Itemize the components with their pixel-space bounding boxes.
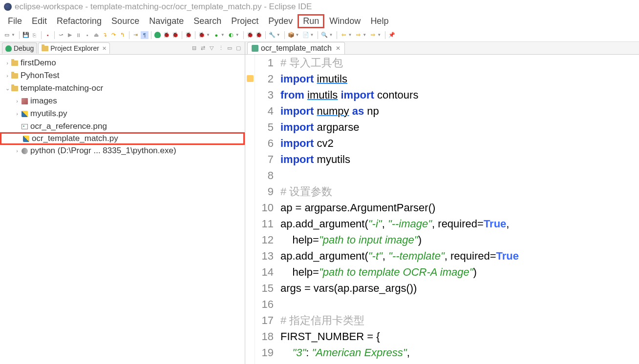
code-line[interactable]: "3": "American Express", xyxy=(280,344,639,361)
code-line[interactable]: ap.add_argument("-t", "--template", requ… xyxy=(280,248,639,264)
bug-py-icon[interactable]: 🐞 xyxy=(185,31,192,39)
tree-item[interactable]: ocr_a_reference.png xyxy=(0,120,245,133)
dropdown-icon[interactable]: ▼ xyxy=(377,33,381,37)
bug-icon[interactable] xyxy=(154,31,162,39)
minimize-icon[interactable]: ▭ xyxy=(227,45,234,52)
code-line[interactable]: import myutils xyxy=(280,151,639,167)
step-return-icon[interactable]: ↰ xyxy=(119,31,127,39)
code-line[interactable]: import numpy as np xyxy=(280,103,639,119)
tree-item[interactable]: ocr_template_match.py xyxy=(0,132,245,145)
code-line[interactable]: import argparse xyxy=(280,119,639,135)
code-line[interactable]: args = vars(ap.parse_args()) xyxy=(280,280,639,296)
tab-project-explorer[interactable]: Project Explorer ✕ xyxy=(38,42,110,54)
menu-pydev[interactable]: Pydev xyxy=(263,15,298,28)
code-editor[interactable]: 12345678910111213141516171819 # 导入工具包imp… xyxy=(245,55,639,364)
menu-window[interactable]: Window xyxy=(324,15,365,28)
code-line[interactable]: # 设置参数 xyxy=(280,183,639,200)
suspend-icon[interactable]: ⏸ xyxy=(75,31,83,39)
pin-icon[interactable]: 📌 xyxy=(388,31,396,39)
mark-icon[interactable]: ⇥ xyxy=(132,31,140,39)
tree-item[interactable]: ›myutils.py xyxy=(0,107,245,120)
debug-icon[interactable]: 🐞 xyxy=(198,31,206,39)
menu-file[interactable]: File xyxy=(3,15,27,28)
step-into-icon[interactable]: ↴ xyxy=(101,31,109,39)
last-edit-icon[interactable]: ⇨ xyxy=(369,31,377,39)
filter-icon[interactable]: ▽ xyxy=(210,45,216,52)
dropdown-icon[interactable]: ▼ xyxy=(206,33,210,37)
new-icon[interactable]: ▭ xyxy=(3,31,11,39)
tree-item[interactable]: ›PyhonTest xyxy=(0,69,245,82)
back-icon[interactable]: ⇦ xyxy=(340,31,347,39)
ext-tools-icon[interactable]: 🔧 xyxy=(268,31,276,39)
save-icon[interactable]: 💾 xyxy=(22,31,30,39)
run-server-icon[interactable]: 🐞 xyxy=(255,31,263,39)
chevron-down-icon[interactable]: ⌄ xyxy=(4,85,11,92)
menu-project[interactable]: Project xyxy=(226,15,263,28)
show-ws-icon[interactable]: ¶ xyxy=(141,31,149,39)
dropdown-icon[interactable]: ▼ xyxy=(362,33,366,37)
project-tree[interactable]: ›firstDemo›PyhonTest⌄template-matching-o… xyxy=(0,55,245,364)
menu-navigate[interactable]: Navigate xyxy=(144,15,189,28)
chevron-right-icon[interactable]: › xyxy=(4,60,11,66)
chevron-right-icon[interactable]: › xyxy=(14,111,21,117)
dropdown-icon[interactable]: ▼ xyxy=(221,33,225,37)
close-icon[interactable]: ✕ xyxy=(336,45,341,52)
editor-tab[interactable]: ocr_template_match ✕ xyxy=(247,42,345,54)
code-line[interactable]: # 导入工具包 xyxy=(280,55,639,71)
link-editor-icon[interactable]: ⇄ xyxy=(201,45,208,52)
code-line[interactable] xyxy=(280,167,639,183)
save-all-icon[interactable]: ⎘ xyxy=(31,31,39,39)
chevron-right-icon[interactable]: › xyxy=(14,148,21,154)
menu-refactoring[interactable]: Refactoring xyxy=(52,15,106,28)
menu-run[interactable]: Run xyxy=(298,14,324,28)
dropdown-icon[interactable]: ▼ xyxy=(11,33,15,37)
warning-icon[interactable] xyxy=(247,75,254,82)
dropdown-icon[interactable]: ▼ xyxy=(348,33,352,37)
code-line[interactable]: # 指定信用卡类型 xyxy=(280,312,639,328)
resume-icon[interactable]: ▶ xyxy=(66,31,74,39)
coverage-icon[interactable]: ◐ xyxy=(227,31,235,39)
tree-item[interactable]: ›firstDemo xyxy=(0,57,245,69)
terminate-icon[interactable]: ▪ xyxy=(44,31,52,39)
dropdown-icon[interactable]: ▼ xyxy=(296,33,299,37)
collapse-all-icon[interactable]: ⊟ xyxy=(192,45,199,52)
code-line[interactable] xyxy=(280,296,639,312)
bug-config-icon[interactable]: 🐞 xyxy=(163,31,170,39)
new-package-icon[interactable]: 📦 xyxy=(287,31,295,39)
code-line[interactable]: import imutils xyxy=(280,71,639,87)
dropdown-icon[interactable]: ▼ xyxy=(235,33,239,37)
forward-icon[interactable]: ⇨ xyxy=(354,31,362,39)
code-line[interactable]: from imutils import contours xyxy=(280,87,639,103)
terminate2-icon[interactable]: ▪ xyxy=(84,31,91,39)
menu-help[interactable]: Help xyxy=(365,15,393,28)
run-icon[interactable]: ● xyxy=(213,31,220,39)
skip-breakpoints-icon[interactable]: ⤻ xyxy=(57,31,65,39)
code-line[interactable]: ap.add_argument("-i", "--image", require… xyxy=(280,216,639,232)
code-line[interactable]: FIRST_NUMBER = { xyxy=(280,328,639,344)
disconnect-icon[interactable]: ⏏ xyxy=(92,31,100,39)
tree-item[interactable]: ⌄template-matching-ocr xyxy=(0,82,245,95)
menu-edit[interactable]: Edit xyxy=(27,15,52,28)
tree-item[interactable]: ›python (D:\Progr ... 8335_1\python.exe) xyxy=(0,144,245,157)
step-over-icon[interactable]: ↷ xyxy=(110,31,118,39)
chevron-right-icon[interactable]: › xyxy=(14,98,21,104)
tree-item[interactable]: ›images xyxy=(0,95,245,107)
view-menu-icon[interactable]: ⋮ xyxy=(218,45,225,52)
tab-debug[interactable]: Debug xyxy=(2,42,37,54)
close-icon[interactable]: ✕ xyxy=(102,45,106,52)
code-line[interactable]: help="path to input image") xyxy=(280,232,639,248)
menu-search[interactable]: Search xyxy=(189,15,226,28)
dropdown-icon[interactable]: ▼ xyxy=(329,33,333,37)
chevron-right-icon[interactable]: › xyxy=(4,73,11,79)
search-icon[interactable]: 🔍 xyxy=(320,31,328,39)
maximize-icon[interactable]: ▢ xyxy=(236,45,243,52)
menu-source[interactable]: Source xyxy=(106,15,144,28)
new-module-icon[interactable]: 📄 xyxy=(302,31,310,39)
debug-server-icon[interactable]: 🐞 xyxy=(246,31,254,39)
bug-alt-icon[interactable]: 🐞 xyxy=(171,31,179,39)
code-lines[interactable]: # 导入工具包import imutilsfrom imutils import… xyxy=(277,55,639,364)
dropdown-icon[interactable]: ▼ xyxy=(310,33,314,37)
dropdown-icon[interactable]: ▼ xyxy=(277,33,280,37)
code-line[interactable]: ap = argparse.ArgumentParser() xyxy=(280,200,639,216)
code-line[interactable]: help="path to template OCR-A image") xyxy=(280,264,639,280)
